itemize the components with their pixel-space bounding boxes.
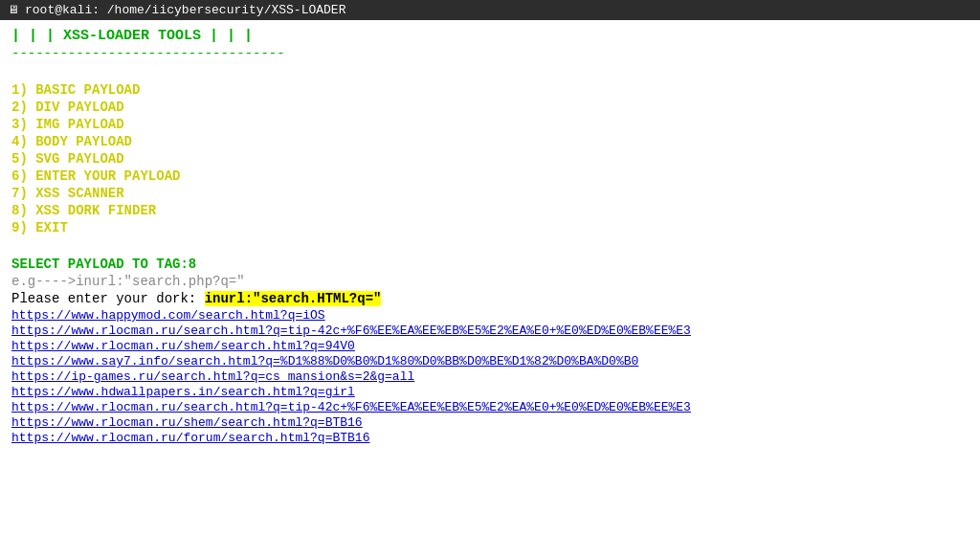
results-container: https://www.happymod.com/search.html?q=i…: [11, 308, 969, 445]
result-link[interactable]: https://www.rlocman.ru/search.html?q=tip…: [11, 400, 969, 414]
title-bar-text: root@kali: /home/iicybersecurity/XSS-LOA…: [25, 3, 345, 17]
menu-item: 9) EXIT: [11, 220, 969, 235]
menu-item: 2) DIV PAYLOAD: [11, 100, 969, 115]
menu-item: 1) BASIC PAYLOAD: [11, 82, 969, 98]
dork-value: inurl:"search.HTML?q=": [205, 291, 382, 306]
menu-item: 8) XSS DORK FINDER: [11, 203, 969, 218]
result-link[interactable]: https://www.rlocman.ru/shem/search.html?…: [11, 415, 969, 430]
example-line: e.g---->inurl:"search.php?q=": [11, 274, 969, 289]
menu-container: 1) BASIC PAYLOAD2) DIV PAYLOAD3) IMG PAY…: [11, 82, 969, 235]
prompt-line: Please enter your dork: inurl:"search.HT…: [11, 291, 969, 306]
terminal-body: | | | XSS-LOADER TOOLS | | | -----------…: [0, 20, 980, 533]
divider: ----------------------------------: [11, 46, 969, 61]
header-line1: | | | XSS-LOADER TOOLS | | |: [11, 28, 969, 44]
select-line: SELECT PAYLOAD TO TAG:8: [11, 257, 969, 272]
prompt-text: Please enter your dork:: [11, 291, 196, 306]
title-bar: 🖥 root@kali: /home/iicybersecurity/XSS-L…: [0, 0, 980, 20]
result-link[interactable]: https://www.rlocman.ru/search.html?q=tip…: [11, 324, 969, 338]
result-link[interactable]: https://ip-games.ru/search.html?q=cs_man…: [11, 369, 969, 384]
result-link[interactable]: https://www.rlocman.ru/forum/search.html…: [11, 431, 969, 445]
menu-item: 6) ENTER YOUR PAYLOAD: [11, 168, 969, 184]
result-link[interactable]: https://www.hdwallpapers.in/search.html?…: [11, 385, 969, 399]
menu-item: 4) BODY PAYLOAD: [11, 134, 969, 149]
menu-item: 7) XSS SCANNER: [11, 186, 969, 201]
menu-item: 3) IMG PAYLOAD: [11, 117, 969, 132]
terminal-icon: 🖥: [8, 3, 19, 17]
result-link[interactable]: https://www.say7.info/search.html?q=%D1%…: [11, 354, 969, 368]
result-link[interactable]: https://www.happymod.com/search.html?q=i…: [11, 308, 969, 323]
result-link[interactable]: https://www.rlocman.ru/shem/search.html?…: [11, 339, 969, 353]
menu-item: 5) SVG PAYLOAD: [11, 151, 969, 167]
